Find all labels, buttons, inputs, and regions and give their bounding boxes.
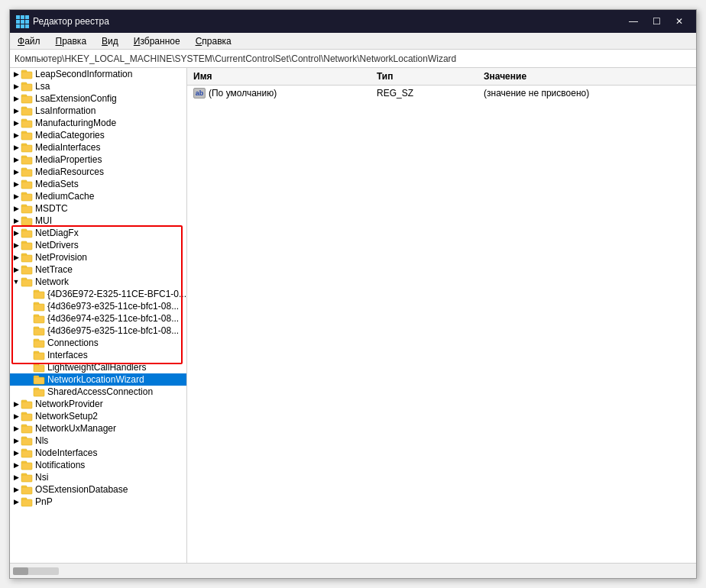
svg-rect-69 [21,487,32,494]
tree-item-NetworkSetup2[interactable]: ▶NetworkSetup2 [10,410,186,422]
expand-button[interactable]: ▶ [11,204,21,213]
tree-item-MediumCache[interactable]: ▶MediumCache [10,190,186,202]
tree-item-OSExtensionDatabase[interactable]: ▶OSExtensionDatabase [10,483,186,496]
tree-item-SharedAccessConnection[interactable]: SharedAccessConnection [10,386,186,398]
tree-label: Nsi [35,472,186,483]
tree-item-Nsi[interactable]: ▶Nsi [10,471,186,483]
tree-item-Interfaces[interactable]: Interfaces [10,349,186,361]
tree-item-LightweightCallHandlers[interactable]: LightweightCallHandlers [10,361,186,373]
svg-rect-39 [34,304,44,311]
folder-icon [21,411,33,422]
tree-item-LsaInformation[interactable]: ▶LsaInformation [10,105,186,117]
expand-button[interactable]: ▶ [11,155,21,164]
tree-item-Network[interactable]: ▼Network [10,276,186,288]
tree-label: NetworkProvider [35,399,186,409]
expand-button[interactable]: ▶ [11,460,21,470]
tree-item-NetworkUxManager[interactable]: ▶NetworkUxManager [10,422,186,435]
expand-button[interactable]: ▶ [11,485,21,494]
tree-item-MediaSets[interactable]: ▶MediaSets [10,178,186,190]
expand-button[interactable]: ▶ [11,228,21,237]
tree-label: MediumCache [35,191,186,202]
tree-item-NetTrace[interactable]: ▶NetTrace [10,263,186,276]
expand-button[interactable]: ▶ [11,253,21,262]
expand-button[interactable]: ▶ [11,69,21,79]
tree-item-MediaCategories[interactable]: ▶MediaCategories [10,129,186,141]
tree-label: {4D36E972-E325-11CE-BFC1-0... [47,289,186,299]
expand-button[interactable]: ▶ [11,118,21,128]
folder-icon [21,276,33,287]
tree-item-NetDrivers[interactable]: ▶NetDrivers [10,239,186,251]
expand-button[interactable]: ▼ [11,277,21,286]
titlebar: Редактор реестра — ☐ ✕ [10,10,696,33]
tree-item-NetworkProvider[interactable]: ▶NetworkProvider [10,398,186,410]
expand-button[interactable]: ▶ [11,94,21,103]
expand-button[interactable]: ▶ [11,399,21,409]
tree-item-MSDTC[interactable]: ▶MSDTC [10,202,186,215]
tree-label: ManufacturingMode [35,118,186,128]
tree-item-4d36e973[interactable]: {4d36e973-e325-11ce-bfc1-08... [10,300,186,312]
svg-rect-43 [34,328,44,335]
expand-button[interactable]: ▶ [11,143,21,152]
expand-button[interactable]: ▶ [11,241,21,250]
tree-item-MediaInterfaces[interactable]: ▶MediaInterfaces [10,141,186,153]
expand-button[interactable]: ▶ [11,473,21,482]
menu-view[interactable]: Вид [94,34,126,48]
tree-item-NetDiagFx[interactable]: ▶NetDiagFx [10,227,186,239]
tree-item-MediaProperties[interactable]: ▶MediaProperties [10,153,186,166]
svg-rect-51 [34,377,44,384]
tree-item-MUI[interactable]: ▶MUI [10,215,186,227]
menu-edit[interactable]: Правка [48,34,95,48]
expand-button[interactable]: ▶ [11,216,21,225]
expand-button[interactable]: ▶ [11,497,21,506]
tree-item-4D36E972[interactable]: {4D36E972-E325-11CE-BFC1-0... [10,288,186,300]
expand-button[interactable]: ▶ [11,167,21,176]
value-type-cell: REG_SZ [371,87,478,99]
expand-button[interactable]: ▶ [11,82,21,91]
svg-rect-11 [21,133,32,140]
expand-button[interactable]: ▶ [11,192,21,201]
menu-help[interactable]: Справка [188,34,239,48]
folder-icon [21,118,33,128]
minimize-button[interactable]: — [623,14,644,29]
expand-button[interactable]: ▶ [11,412,21,421]
svg-rect-33 [21,267,32,274]
expand-button[interactable]: ▶ [11,106,21,115]
scroll-thumb[interactable] [13,567,28,575]
tree-item-ManufacturingMode[interactable]: ▶ManufacturingMode [10,117,186,129]
registry-tree[interactable]: ▶LeapSecondInformation▶Lsa▶LsaExtensionC… [10,68,187,563]
tree-item-LsaExtensionConfig[interactable]: ▶LsaExtensionConfig [10,92,186,105]
maximize-button[interactable]: ☐ [646,14,667,29]
tree-item-NetworkLocationWizard[interactable]: NetworkLocationWizard [10,373,186,386]
expand-button[interactable]: ▶ [11,179,21,189]
expand-button[interactable]: ▶ [11,424,21,433]
tree-item-NodeInterfaces[interactable]: ▶NodeInterfaces [10,447,186,459]
menu-favorites[interactable]: Избранное [126,34,188,48]
app-icon [16,15,28,27]
expand-button[interactable]: ▶ [11,265,21,274]
tree-item-NetProvision[interactable]: ▶NetProvision [10,251,186,263]
tree-item-Connections[interactable]: Connections [10,337,186,349]
tree-label: NetProvision [35,252,186,263]
tree-item-4d36e974[interactable]: {4d36e974-e325-11ce-bfc1-08... [10,312,186,325]
expand-button[interactable]: ▶ [11,436,21,445]
tree-label: {4d36e975-e325-11ce-bfc1-08... [47,325,186,336]
tree-item-Nls[interactable]: ▶Nls [10,435,186,447]
folder-icon [21,472,33,483]
tree-label: MediaSets [35,179,186,189]
expand-button[interactable]: ▶ [11,448,21,457]
tree-item-4d36e975[interactable]: {4d36e975-e325-11ce-bfc1-08... [10,325,186,337]
expand-button[interactable]: ▶ [11,131,21,140]
tree-item-LeapSecondInformation[interactable]: ▶LeapSecondInformation [10,68,186,80]
folder-icon [33,362,45,373]
tree-label: Lsa [35,81,186,92]
svg-rect-3 [21,84,32,91]
close-button[interactable]: ✕ [669,14,690,29]
tree-item-PnP[interactable]: ▶PnP [10,496,186,508]
tree-label: LightweightCallHandlers [47,362,186,373]
tree-item-Notifications[interactable]: ▶Notifications [10,459,186,471]
menu-file[interactable]: Файл [10,34,48,48]
tree-item-Lsa[interactable]: ▶Lsa [10,80,186,92]
tree-item-MediaResources[interactable]: ▶MediaResources [10,166,186,178]
registry-value-row[interactable]: ab(По умолчанию)REG_SZ(значение не присв… [187,86,696,101]
value-name-cell: ab(По умолчанию) [187,87,371,99]
